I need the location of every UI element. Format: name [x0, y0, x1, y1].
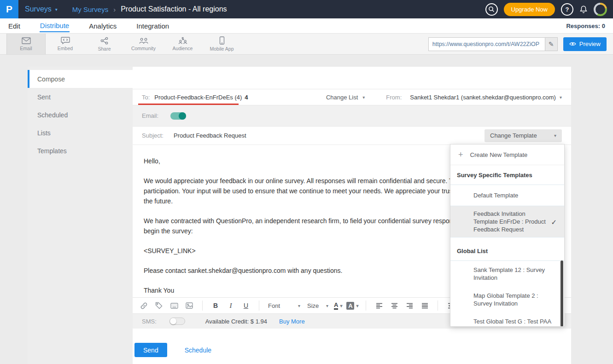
change-list-dropdown[interactable]: Change List ▾ [326, 94, 365, 101]
email-toggle[interactable] [170, 112, 186, 120]
survey-tabs: Edit Distribute Analytics Integration Re… [0, 18, 613, 34]
search-button[interactable] [485, 3, 498, 16]
subject-row: Subject: Product Feedback Request Change… [133, 127, 571, 145]
toolbar-separator [438, 300, 438, 311]
help-button[interactable]: ? [561, 3, 573, 16]
chevron-down-icon: ▾ [340, 303, 342, 308]
from-dropdown[interactable]: From: Sanket1 Shekdar1 (sanket.shekdar@q… [386, 94, 562, 101]
create-new-template-item[interactable]: + Create New Template [450, 144, 564, 165]
community-icon [139, 37, 149, 44]
channel-share[interactable]: Share [85, 34, 124, 54]
from-label: From: [386, 94, 402, 101]
tab-distribute[interactable]: Distribute [40, 19, 70, 32]
align-right-icon [406, 303, 413, 309]
preview-button[interactable]: Preview [563, 37, 607, 51]
edit-url-button[interactable]: ✎ [545, 38, 557, 51]
share-icon [100, 37, 108, 45]
sidebar-item-scheduled[interactable]: Scheduled [28, 106, 133, 124]
breadcrumb-separator: › [113, 6, 116, 13]
product-switcher[interactable]: Surveys ▾ [18, 0, 66, 18]
source-code-button[interactable] [169, 300, 180, 312]
email-icon [22, 37, 31, 44]
template-item-global[interactable]: Sank Template 12 : Survey Invitation [450, 261, 564, 287]
chevron-down-icon: ▾ [298, 303, 300, 308]
align-left-button[interactable] [374, 300, 385, 312]
align-center-button[interactable] [389, 300, 400, 312]
embed-icon [61, 37, 70, 44]
change-template-label: Change Template [490, 132, 537, 139]
profile-button[interactable] [594, 3, 607, 16]
recipients-row: To: Product-Feedback-EnFrDeEs (4) 4 Chan… [133, 89, 571, 105]
schedule-link[interactable]: Schedule [185, 347, 211, 354]
image-icon [186, 302, 193, 309]
menu-scrollbar[interactable] [560, 260, 563, 327]
profile-ring-center [595, 5, 605, 14]
tag-icon [155, 302, 163, 309]
chevron-down-icon: ▾ [55, 7, 58, 12]
buy-more-link[interactable]: Buy More [279, 318, 305, 325]
template-item-global[interactable]: Test Global Test G : Test PAA G [450, 312, 564, 327]
channel-audience[interactable]: Audience [163, 34, 202, 54]
underline-button[interactable]: U [240, 300, 251, 312]
channel-email[interactable]: Email [6, 34, 46, 54]
sidebar-item-sent[interactable]: Sent [28, 88, 133, 106]
section-survey-specific-templates: Survey Specific Templates [450, 165, 564, 185]
subject-label: Subject: [142, 132, 163, 139]
merge-tag-button[interactable] [153, 300, 164, 312]
sidebar-item-compose[interactable]: Compose [28, 70, 133, 88]
align-justify-button[interactable] [419, 300, 430, 312]
tab-integration[interactable]: Integration [136, 20, 169, 32]
change-template-menu: + Create New Template Survey Specific Te… [450, 144, 565, 327]
text-color-button[interactable]: A ▾ [334, 302, 342, 310]
send-button[interactable]: Send [134, 343, 167, 357]
tab-edit[interactable]: Edit [8, 20, 21, 32]
top-header: P Surveys ▾ My Surveys › Product Satisfa… [0, 0, 613, 18]
text-color-icon: A [334, 302, 338, 310]
survey-url-input[interactable] [429, 38, 545, 51]
email-sidebar: Compose Sent Scheduled Lists Templates [28, 67, 133, 364]
bold-button[interactable]: B [210, 300, 221, 312]
chevron-down-icon: ▾ [362, 95, 365, 100]
highlight-color-icon: A [346, 302, 354, 310]
to-underline [138, 104, 239, 105]
tab-analytics[interactable]: Analytics [88, 20, 117, 32]
distribute-channel-bar: Email Embed Share Community Audience Mob… [0, 34, 613, 55]
font-family-label: Font [268, 302, 280, 309]
questionpro-app: P Surveys ▾ My Surveys › Product Satisfa… [0, 0, 613, 364]
breadcrumb: My Surveys › Product Satisfaction - All … [72, 5, 227, 13]
sidebar-item-templates[interactable]: Templates [28, 142, 133, 160]
highlight-color-button[interactable]: A ▾ [346, 302, 358, 310]
channel-label: Email [20, 46, 32, 51]
toolbar-separator [366, 300, 366, 311]
font-family-dropdown[interactable]: Font ▾ [267, 302, 302, 309]
template-item-selected[interactable]: Feedback Invitation Template EnFrDe : Pr… [450, 206, 564, 237]
upgrade-now-button[interactable]: Upgrade Now [504, 3, 555, 16]
channel-community[interactable]: Community [124, 34, 163, 54]
subject-value[interactable]: Product Feedback Request [174, 132, 246, 139]
insert-link-button[interactable] [138, 300, 149, 312]
template-item-global[interactable]: Map Global Template 2 : Survey Invitatio… [450, 287, 564, 312]
template-item-default[interactable]: Default Template [450, 185, 564, 206]
change-template-button[interactable]: Change Template ▾ [485, 129, 562, 142]
breadcrumb-my-surveys[interactable]: My Surveys [72, 6, 108, 13]
font-size-dropdown[interactable]: Size ▾ [306, 302, 330, 309]
font-size-label: Size [307, 302, 319, 309]
italic-button[interactable]: I [225, 300, 236, 312]
channel-embed[interactable]: Embed [46, 34, 85, 54]
channel-label: Audience [173, 46, 193, 51]
recipient-list-name[interactable]: Product-Feedback-EnFrDeEs (4) [154, 94, 242, 101]
plus-icon: + [458, 150, 463, 159]
header-actions: Upgrade Now ? [485, 3, 613, 16]
align-right-button[interactable] [404, 300, 415, 312]
chevron-down-icon: ▾ [554, 133, 556, 138]
questionpro-logo[interactable]: P [0, 0, 18, 18]
insert-image-button[interactable] [184, 300, 195, 312]
sidebar-item-lists[interactable]: Lists [28, 124, 133, 142]
channel-mobile-app[interactable]: Mobile App [202, 34, 241, 54]
preview-label: Preview [579, 40, 601, 47]
change-list-label: Change List [326, 94, 358, 101]
sms-toggle[interactable] [169, 318, 185, 325]
send-actions: Send Schedule [133, 343, 571, 357]
notifications-button[interactable] [579, 5, 588, 14]
product-name: Surveys [25, 5, 52, 13]
